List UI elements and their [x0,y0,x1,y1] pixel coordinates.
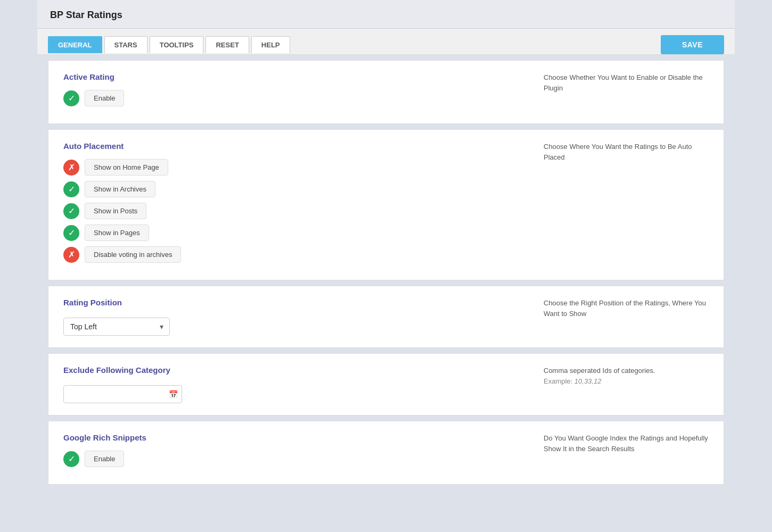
active-rating-toggle-label[interactable]: Enable [85,90,124,106]
auto-placement-item-0: ✗ Show on Home Page [63,159,528,176]
auto-placement-icon-0[interactable]: ✗ [63,160,79,176]
exclude-category-description: Comma seperated Ids of categories. Examp… [528,365,709,386]
active-rating-description: Choose Whether You Want to Enable or Dis… [528,72,709,93]
auto-placement-inner: Auto Placement ✗ Show on Home Page ✓ Sho… [63,142,709,268]
auto-placement-left: Auto Placement ✗ Show on Home Page ✓ Sho… [63,142,528,268]
page-title: BP Star Ratings [50,10,122,20]
save-button[interactable]: SAVE [661,35,724,54]
google-rich-snippets-title: Google Rich Snippets [63,433,528,442]
auto-placement-item-1: ✓ Show in Archives [63,181,528,197]
content-area: Active Rating ✓ Enable Choose Whether Yo… [37,55,735,495]
rating-position-left: Rating Position Top Left Top Right Botto… [63,298,528,336]
auto-placement-icon-3[interactable]: ✓ [63,225,79,241]
google-rich-snippets-inner: Google Rich Snippets ✓ Enable Do You Wan… [63,433,709,472]
tab-reset[interactable]: RESET [206,36,249,53]
auto-placement-icon-4[interactable]: ✗ [63,247,79,263]
auto-placement-item-3: ✓ Show in Pages [63,225,528,241]
page-wrapper: BP Star Ratings GENERAL STARS TOOLTIPS R… [37,0,735,495]
auto-placement-label-4[interactable]: Disable voting in archives [85,246,181,263]
tab-tooltips[interactable]: TOOLTIPS [150,36,204,53]
auto-placement-section: Auto Placement ✗ Show on Home Page ✓ Sho… [48,129,724,280]
active-rating-section: Active Rating ✓ Enable Choose Whether Yo… [48,60,724,124]
rating-position-title: Rating Position [63,298,528,307]
active-rating-toggle-icon[interactable]: ✓ [63,90,79,106]
tabs-bar: GENERAL STARS TOOLTIPS RESET HELP SAVE [37,29,735,55]
exclude-category-example: Example: 10,33,12 [544,377,601,385]
tabs-left: GENERAL STARS TOOLTIPS RESET HELP [48,36,290,53]
auto-placement-icon-1[interactable]: ✓ [63,181,79,197]
exclude-category-section: Exclude Following Category 📅 Comma seper… [48,353,724,415]
google-rich-snippets-description: Do You Want Google Index the Ratings and… [528,433,709,454]
google-rich-snippets-toggle-icon[interactable]: ✓ [63,451,79,467]
auto-placement-label-1[interactable]: Show in Archives [85,181,155,197]
google-rich-snippets-left: Google Rich Snippets ✓ Enable [63,433,528,472]
auto-placement-title: Auto Placement [63,142,528,151]
active-rating-title: Active Rating [63,72,528,81]
tab-stars[interactable]: STARS [104,36,147,53]
input-calendar-icon: 📅 [169,390,178,398]
rating-position-section: Rating Position Top Left Top Right Botto… [48,286,724,348]
rating-position-description: Choose the Right Position of the Ratings… [528,298,709,319]
exclude-category-inner: Exclude Following Category 📅 Comma seper… [63,365,709,403]
auto-placement-icon-2[interactable]: ✓ [63,203,79,219]
rating-position-select[interactable]: Top Left Top Right Bottom Left Bottom Ri… [63,318,170,336]
google-rich-snippets-toggle-label[interactable]: Enable [85,451,124,467]
active-rating-inner: Active Rating ✓ Enable Choose Whether Yo… [63,72,709,112]
auto-placement-label-3[interactable]: Show in Pages [85,225,149,241]
rating-position-select-wrapper: Top Left Top Right Bottom Left Bottom Ri… [63,318,170,336]
auto-placement-item-4: ✗ Disable voting in archives [63,246,528,263]
auto-placement-label-2[interactable]: Show in Posts [85,203,146,219]
rating-position-inner: Rating Position Top Left Top Right Botto… [63,298,709,336]
exclude-category-title: Exclude Following Category [63,365,528,375]
auto-placement-item-2: ✓ Show in Posts [63,203,528,219]
tab-help[interactable]: HELP [251,36,290,53]
auto-placement-description: Choose Where You Want the Ratings to Be … [528,142,709,162]
google-rich-snippets-section: Google Rich Snippets ✓ Enable Do You Wan… [48,421,724,485]
active-rating-toggle-row: ✓ Enable [63,90,528,106]
auto-placement-label-0[interactable]: Show on Home Page [85,159,168,176]
tab-general[interactable]: GENERAL [48,36,102,53]
google-rich-snippets-toggle-row: ✓ Enable [63,451,528,467]
page-header: BP Star Ratings [37,0,735,29]
exclude-category-input[interactable] [63,385,182,403]
exclude-category-left: Exclude Following Category 📅 [63,365,528,403]
exclude-category-input-wrapper: 📅 [63,385,182,403]
active-rating-left: Active Rating ✓ Enable [63,72,528,112]
